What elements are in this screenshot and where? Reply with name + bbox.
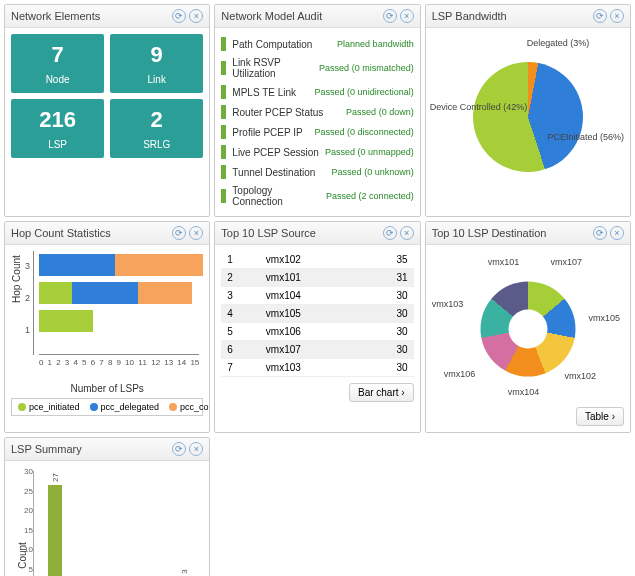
widget-title: Top 10 LSP Destination	[432, 227, 547, 239]
audit-item[interactable]: Tunnel DestinationPassed (0 unknown)	[221, 162, 413, 182]
widget-audit: Network Model Audit ⟳× Path ComputationP…	[214, 4, 420, 217]
tile-lsp[interactable]: 216LSP	[11, 99, 104, 158]
close-icon[interactable]: ×	[189, 442, 203, 456]
pie-label-pce: PCEInitiated (56%)	[547, 132, 624, 142]
widget-header: LSP Summary ⟳×	[5, 438, 209, 461]
table-row[interactable]: 4vmx10530	[221, 305, 413, 323]
tile-srlg[interactable]: 2SRLG	[110, 99, 203, 158]
table-row[interactable]: 6vmx10730	[221, 341, 413, 359]
donut-chart: vmx101 vmx107 vmx105 vmx102 vmx104 vmx10…	[432, 251, 624, 401]
tile-link[interactable]: 9Link	[110, 34, 203, 93]
table-row[interactable]: 2vmx10131	[221, 269, 413, 287]
status-bar-icon	[221, 37, 226, 51]
status-bar-icon	[221, 61, 226, 75]
refresh-icon[interactable]: ⟳	[383, 226, 397, 240]
bar-group-primary: 27 1	[48, 485, 79, 576]
table-row[interactable]: 1vmx10235	[221, 251, 413, 269]
widget-header: Top 10 LSP Destination ⟳×	[426, 222, 630, 245]
tile-grid: 7Node 9Link 216LSP 2SRLG	[11, 34, 203, 158]
refresh-icon[interactable]: ⟳	[172, 442, 186, 456]
hop-legend: pce_initiated pcc_delegated pcc_controll…	[11, 398, 203, 416]
widget-bandwidth: LSP Bandwidth ⟳× Delegated (3%) Device C…	[425, 4, 631, 217]
refresh-icon[interactable]: ⟳	[593, 226, 607, 240]
widget-title: LSP Summary	[11, 443, 82, 455]
donut-label: vmx104	[508, 387, 540, 397]
widget-header: LSP Bandwidth ⟳×	[426, 5, 630, 28]
widget-title: LSP Bandwidth	[432, 10, 507, 22]
pie-graphic	[473, 62, 583, 172]
hop-row-3	[39, 251, 203, 279]
close-icon[interactable]: ×	[610, 226, 624, 240]
widget-lsp-summary: LSP Summary ⟳× Count 302520151050 27 1 1…	[4, 437, 210, 576]
donut-graphic	[480, 282, 575, 377]
pie-label-device: Device Controlled (42%)	[430, 102, 528, 112]
widget-header: Top 10 LSP Source ⟳×	[215, 222, 419, 245]
lsp-bar-chart: Count 302520151050 27 1 1 0 1 3	[11, 467, 203, 576]
source-table: 1vmx10235 2vmx10131 3vmx10430 4vmx10530 …	[221, 251, 413, 377]
audit-item[interactable]: Profile PCEP IPPassed (0 disconnected)	[221, 122, 413, 142]
bar-chart-button[interactable]: Bar chart	[349, 383, 414, 402]
audit-item[interactable]: Link RSVP UtilizationPassed (0 mismatche…	[221, 54, 413, 82]
widget-title: Hop Count Statistics	[11, 227, 111, 239]
hop-row-2	[39, 279, 203, 307]
audit-list: Path ComputationPlanned bandwidth Link R…	[215, 28, 419, 216]
close-icon[interactable]: ×	[610, 9, 624, 23]
table-row[interactable]: 3vmx10430	[221, 287, 413, 305]
audit-item[interactable]: Topology ConnectionPassed (2 connected)	[221, 182, 413, 210]
audit-item[interactable]: MPLS TE LinkPassed (0 unidirectional)	[221, 82, 413, 102]
legend-item: pcc_controlled	[169, 402, 210, 412]
close-icon[interactable]: ×	[189, 226, 203, 240]
status-bar-icon	[221, 145, 226, 159]
widget-title: Network Model Audit	[221, 10, 322, 22]
y-axis-label: Hop Count	[11, 255, 22, 303]
widget-lsp-destination: Top 10 LSP Destination ⟳× vmx101 vmx107 …	[425, 221, 631, 433]
widget-hop-count: Hop Count Statistics ⟳× Hop Count 321 01…	[4, 221, 210, 433]
widget-controls: ⟳ ×	[172, 9, 203, 23]
widget-lsp-source: Top 10 LSP Source ⟳× 1vmx10235 2vmx10131…	[214, 221, 420, 433]
legend-item: pce_initiated	[18, 402, 80, 412]
widget-title: Network Elements	[11, 10, 100, 22]
widget-header: Network Model Audit ⟳×	[215, 5, 419, 28]
widget-header: Network Elements ⟳ ×	[5, 5, 209, 28]
widget-header: Hop Count Statistics ⟳×	[5, 222, 209, 245]
status-bar-icon	[221, 85, 226, 99]
close-icon[interactable]: ×	[400, 9, 414, 23]
refresh-icon[interactable]: ⟳	[172, 9, 186, 23]
close-icon[interactable]: ×	[189, 9, 203, 23]
pie-chart: Delegated (3%) Device Controlled (42%) P…	[432, 34, 624, 184]
refresh-icon[interactable]: ⟳	[172, 226, 186, 240]
pie-label-delegated: Delegated (3%)	[527, 38, 590, 48]
status-bar-icon	[221, 189, 226, 203]
legend-item: pcc_delegated	[90, 402, 160, 412]
donut-label: vmx107	[550, 257, 582, 267]
donut-label: vmx102	[564, 371, 596, 381]
table-button[interactable]: Table	[576, 407, 624, 426]
widget-network-elements: Network Elements ⟳ × 7Node 9Link 216LSP …	[4, 4, 210, 217]
x-axis-label: Number of LSPs	[11, 383, 203, 394]
hop-chart: Hop Count 321 0123456789101112131415	[11, 251, 203, 381]
refresh-icon[interactable]: ⟳	[593, 9, 607, 23]
audit-item[interactable]: Live PCEP SessionPassed (0 unmapped)	[221, 142, 413, 162]
status-bar-icon	[221, 125, 226, 139]
status-bar-icon	[221, 105, 226, 119]
audit-item[interactable]: Router PCEP StatusPassed (0 down)	[221, 102, 413, 122]
audit-item[interactable]: Path ComputationPlanned bandwidth	[221, 34, 413, 54]
status-bar-icon	[221, 165, 226, 179]
donut-label: vmx106	[444, 369, 476, 379]
table-row[interactable]: 7vmx10330	[221, 359, 413, 377]
tile-node[interactable]: 7Node	[11, 34, 104, 93]
table-row[interactable]: 5vmx10630	[221, 323, 413, 341]
donut-label: vmx103	[432, 299, 464, 309]
close-icon[interactable]: ×	[400, 226, 414, 240]
hop-row-1	[39, 307, 203, 335]
refresh-icon[interactable]: ⟳	[383, 9, 397, 23]
widget-title: Top 10 LSP Source	[221, 227, 316, 239]
donut-label: vmx105	[588, 313, 620, 323]
donut-label: vmx101	[488, 257, 520, 267]
